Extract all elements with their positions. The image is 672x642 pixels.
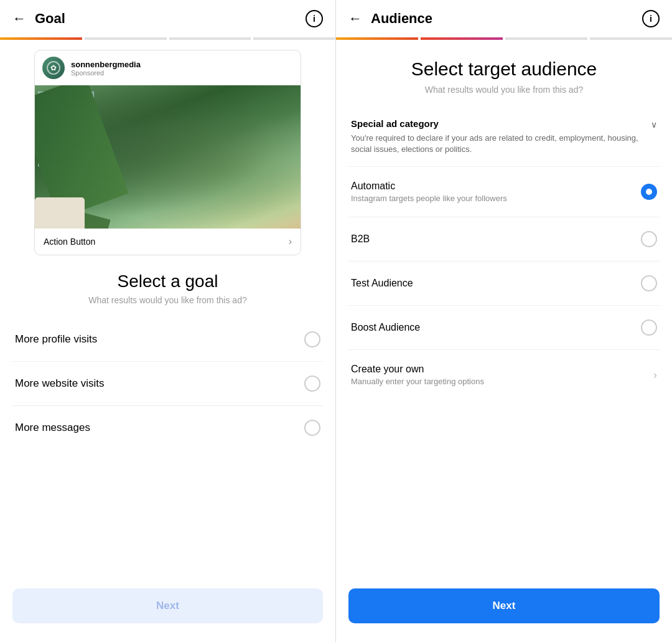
audience-option-create-own-desc: Manually enter your targeting options: [351, 377, 647, 386]
audience-option-create-own[interactable]: Create your own Manually enter your targ…: [348, 350, 660, 400]
audience-option-b2b[interactable]: B2B: [348, 217, 660, 262]
audience-option-test-audience[interactable]: Test Audience: [348, 262, 660, 306]
left-header: ← Goal i: [0, 0, 335, 37]
special-ad-category-section[interactable]: Special ad category You're required to d…: [348, 107, 660, 167]
audience-options-list: Special ad category You're required to d…: [336, 107, 672, 578]
audience-option-test-audience-name: Test Audience: [351, 278, 641, 289]
right-panel: ← Audience i Select target audience What…: [336, 0, 672, 642]
audience-option-automatic-desc: Instagram targets people like your follo…: [351, 194, 641, 203]
goal-option-website-visits[interactable]: More website visits: [12, 362, 323, 406]
audience-option-automatic-left: Automatic Instagram targets people like …: [351, 181, 641, 203]
audience-option-create-own-name: Create your own: [351, 364, 647, 375]
left-panel-title: Goal: [35, 11, 306, 27]
audience-option-b2b-name: B2B: [351, 234, 641, 245]
goal-option-messages-radio[interactable]: [304, 420, 320, 436]
goal-option-website-visits-label: More website visits: [15, 377, 105, 390]
audience-section-subtitle: What results would you like from this ad…: [336, 85, 672, 107]
goal-section-subtitle: What results would you like from this ad…: [0, 295, 335, 318]
goal-option-profile-visits-label: More profile visits: [15, 333, 97, 346]
ad-account-name: sonnenbergmedia: [71, 60, 293, 69]
ad-preview-image: [35, 85, 301, 229]
couch-element: [35, 197, 85, 229]
audience-section-title: Select target audience: [336, 40, 672, 85]
special-ad-header: Special ad category You're required to d…: [351, 118, 657, 155]
audience-option-b2b-left: B2B: [351, 234, 641, 245]
ad-action-row[interactable]: Action Button ›: [35, 229, 301, 255]
ad-action-button-label: Action Button: [44, 237, 95, 247]
audience-option-boost-audience-left: Boost Audience: [351, 322, 641, 333]
right-next-button[interactable]: Next: [348, 588, 660, 623]
create-own-arrow-icon: ›: [653, 369, 657, 382]
left-info-icon[interactable]: i: [306, 10, 323, 27]
ad-action-arrow-icon: ›: [289, 236, 292, 247]
goal-options-list: More profile visits More website visits …: [0, 318, 335, 576]
left-panel: ← Goal i ✿ sonnenbergmedia Sponsored: [0, 0, 336, 642]
left-next-button[interactable]: Next: [12, 588, 323, 623]
audience-option-automatic[interactable]: Automatic Instagram targets people like …: [348, 167, 660, 217]
ad-preview-wrapper: ✿ sonnenbergmedia Sponsored Action Butto…: [0, 40, 335, 265]
special-ad-chevron-icon: ∨: [651, 120, 657, 130]
right-next-btn-container: Next: [336, 578, 672, 642]
audience-option-boost-audience-name: Boost Audience: [351, 322, 641, 333]
right-info-icon[interactable]: i: [642, 10, 660, 27]
left-next-btn-container: Next: [0, 576, 335, 642]
goal-option-website-visits-radio[interactable]: [304, 375, 320, 392]
goal-option-messages[interactable]: More messages: [12, 406, 323, 450]
goal-section-title: Select a goal: [0, 265, 335, 295]
goal-option-messages-label: More messages: [15, 422, 90, 434]
audience-option-create-own-left: Create your own Manually enter your targ…: [351, 364, 647, 386]
audience-option-boost-audience[interactable]: Boost Audience: [348, 306, 660, 350]
goal-option-profile-visits[interactable]: More profile visits: [12, 318, 323, 362]
left-back-button[interactable]: ←: [12, 11, 26, 27]
ad-preview-card: ✿ sonnenbergmedia Sponsored Action Butto…: [34, 50, 301, 255]
audience-option-automatic-radio[interactable]: [641, 184, 657, 200]
special-ad-description: You're required to declare if your ads a…: [351, 133, 645, 155]
audience-option-b2b-radio[interactable]: [641, 231, 657, 247]
ad-sponsored-label: Sponsored: [71, 69, 293, 77]
ad-card-header: ✿ sonnenbergmedia Sponsored: [35, 50, 301, 85]
audience-option-test-audience-left: Test Audience: [351, 278, 641, 289]
avatar-icon: ✿: [50, 64, 57, 72]
right-back-button[interactable]: ←: [348, 11, 362, 27]
special-ad-content: Special ad category You're required to d…: [351, 118, 645, 155]
right-panel-title: Audience: [371, 11, 642, 27]
goal-option-profile-visits-radio[interactable]: [304, 331, 320, 347]
ad-avatar: ✿: [42, 57, 65, 79]
audience-option-boost-audience-radio[interactable]: [641, 319, 657, 336]
audience-option-test-audience-radio[interactable]: [641, 275, 657, 291]
right-header: ← Audience i: [336, 0, 672, 37]
special-ad-title: Special ad category: [351, 118, 645, 129]
ad-account-info: sonnenbergmedia Sponsored: [71, 60, 293, 77]
ad-avatar-inner: ✿: [47, 61, 60, 75]
audience-option-automatic-name: Automatic: [351, 181, 641, 192]
